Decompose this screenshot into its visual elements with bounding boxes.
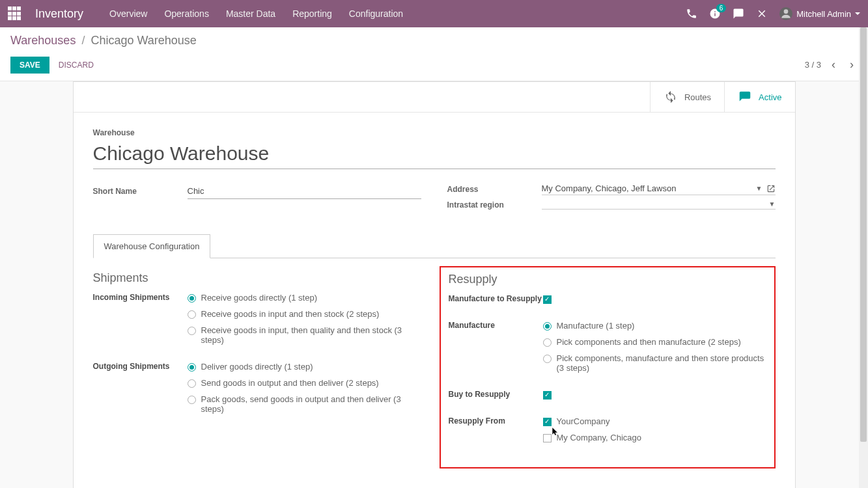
pager: 3 / 3 ‹ › — [805, 55, 858, 74]
warehouse-name-input[interactable] — [93, 141, 776, 169]
scrollbar[interactable] — [859, 27, 868, 488]
menu-master-data[interactable]: Master Data — [226, 8, 275, 19]
form-sheet: Routes Active Warehouse Short Name — [73, 81, 796, 488]
manufacture-option-label: Manufacture (1 step) — [557, 321, 635, 331]
activity-badge: 6 — [716, 4, 727, 12]
control-panel: Warehouses / Chicago Warehouse SAVE DISC… — [0, 27, 868, 81]
outgoing-option-label: Send goods in output and then deliver (2… — [201, 378, 379, 388]
intrastat-label: Intrastat region — [447, 200, 542, 210]
radio-icon[interactable] — [188, 363, 196, 372]
shipments-title: Shipments — [93, 271, 421, 285]
main-menu: Overview Operations Master Data Reportin… — [109, 8, 403, 19]
manufacture-option[interactable]: Pick components, manufacture and then st… — [543, 353, 766, 373]
radio-icon[interactable] — [188, 396, 196, 404]
pager-text: 3 / 3 — [805, 60, 821, 70]
avatar — [779, 7, 792, 20]
address-field[interactable]: My Company, Chicago, Jeff Lawson ▼ — [542, 183, 776, 195]
tab-warehouse-configuration[interactable]: Warehouse Configuration — [93, 234, 211, 258]
menu-configuration[interactable]: Configuration — [349, 8, 403, 19]
outgoing-option-label: Pack goods, send goods in output and the… — [201, 394, 421, 414]
top-navbar: Inventory Overview Operations Master Dat… — [0, 0, 868, 27]
incoming-option[interactable]: Receive goods in input and then stock (2… — [188, 309, 421, 319]
chat-icon[interactable] — [733, 8, 744, 20]
incoming-option-label: Receive goods in input, then quality and… — [201, 325, 421, 345]
warehouse-name-label: Warehouse — [93, 128, 776, 137]
incoming-option[interactable]: Receive goods directly (1 step) — [188, 293, 421, 303]
section-resupply: Resupply Manufacture to Resupply Manufac… — [447, 271, 776, 468]
apps-icon[interactable] — [8, 7, 22, 21]
app-brand[interactable]: Inventory — [35, 7, 83, 21]
radio-icon[interactable] — [543, 322, 552, 331]
menu-reporting[interactable]: Reporting — [292, 8, 332, 19]
highlight-annotation: Resupply Manufacture to Resupply Manufac… — [440, 266, 776, 468]
resupply-from-item[interactable]: YourCompany — [543, 416, 766, 426]
scrollbar-thumb[interactable] — [860, 27, 867, 442]
outgoing-option[interactable]: Pack goods, send goods in output and the… — [188, 394, 421, 414]
resupply-from-item-label: YourCompany — [557, 416, 610, 426]
stat-routes-label: Routes — [684, 92, 711, 102]
outgoing-option[interactable]: Deliver goods directly (1 step) — [188, 362, 421, 372]
pager-prev[interactable]: ‹ — [828, 55, 839, 74]
radio-icon[interactable] — [188, 310, 196, 319]
short-name-label: Short Name — [93, 187, 188, 196]
close-icon[interactable] — [756, 8, 768, 20]
outgoing-option-label: Deliver goods directly (1 step) — [201, 362, 313, 372]
manufacture-option[interactable]: Manufacture (1 step) — [543, 321, 766, 331]
stat-active[interactable]: Active — [724, 82, 794, 112]
mfg-to-resupply-label: Manufacture to Resupply — [449, 294, 543, 310]
stat-routes[interactable]: Routes — [650, 82, 724, 112]
manufacture-option-label: Pick components, manufacture and then st… — [557, 353, 766, 373]
checkbox-icon[interactable] — [543, 418, 552, 426]
radio-icon[interactable] — [543, 338, 552, 347]
radio-icon[interactable] — [543, 355, 552, 363]
user-menu[interactable]: Mitchell Admin — [779, 7, 860, 20]
outgoing-label: Outgoing Shipments — [93, 362, 188, 420]
resupply-title: Resupply — [449, 273, 766, 286]
intrastat-field[interactable]: ▼ — [542, 200, 776, 210]
manufacture-option[interactable]: Pick components and then manufacture (2 … — [543, 337, 766, 347]
pager-next[interactable]: › — [846, 55, 858, 74]
menu-overview[interactable]: Overview — [109, 8, 147, 19]
breadcrumb-root[interactable]: Warehouses — [10, 34, 76, 47]
user-name: Mitchell Admin — [796, 9, 851, 19]
address-label: Address — [447, 185, 542, 194]
breadcrumb-current: Chicago Warehouse — [91, 34, 196, 47]
address-value: My Company, Chicago, Jeff Lawson — [542, 183, 752, 193]
outgoing-option[interactable]: Send goods in output and then deliver (2… — [188, 378, 421, 388]
resupply-from-label: Resupply From — [449, 416, 543, 449]
chevron-down-icon[interactable]: ▼ — [756, 185, 763, 192]
external-link-icon[interactable] — [766, 184, 776, 193]
mfg-to-resupply-checkbox[interactable] — [543, 295, 552, 304]
section-shipments: Shipments Incoming Shipments Receive goo… — [93, 271, 421, 468]
incoming-label: Incoming Shipments — [93, 293, 188, 351]
chevron-down-icon — [855, 12, 860, 15]
breadcrumb: Warehouses / Chicago Warehouse — [10, 34, 858, 47]
manufacture-option-label: Pick components and then manufacture (2 … — [557, 337, 741, 347]
chevron-down-icon[interactable]: ▼ — [769, 200, 776, 208]
short-name-input[interactable] — [188, 183, 421, 199]
radio-icon[interactable] — [188, 379, 196, 388]
menu-operations[interactable]: Operations — [164, 8, 208, 19]
resupply-from-item-label: My Company, Chicago — [557, 433, 642, 442]
stat-active-label: Active — [759, 92, 781, 102]
discard-button[interactable]: DISCARD — [59, 61, 94, 70]
checkbox-icon[interactable] — [543, 434, 552, 442]
resupply-from-item[interactable]: My Company, Chicago — [543, 433, 766, 442]
save-button[interactable]: SAVE — [10, 57, 49, 74]
buy-to-resupply-checkbox[interactable] — [543, 391, 552, 400]
incoming-option-label: Receive goods in input and then stock (2… — [201, 309, 380, 319]
manufacture-label: Manufacture — [449, 321, 543, 379]
radio-icon[interactable] — [188, 294, 196, 303]
phone-icon[interactable] — [686, 8, 697, 20]
buy-to-resupply-label: Buy to Resupply — [449, 390, 543, 406]
activity-icon[interactable]: 6 — [709, 8, 721, 20]
incoming-option[interactable]: Receive goods in input, then quality and… — [188, 325, 421, 345]
radio-icon[interactable] — [188, 327, 196, 335]
incoming-option-label: Receive goods directly (1 step) — [201, 293, 317, 303]
